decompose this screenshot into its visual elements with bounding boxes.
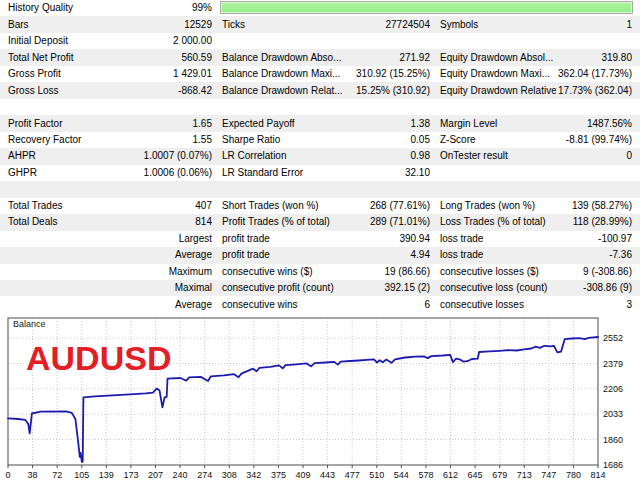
stat-label: LR Standard Error [222, 168, 346, 178]
table-row: Gross Profit1 429.01Balance Drawdown Max… [0, 66, 640, 82]
stat-label: consecutive wins ($) [222, 267, 346, 277]
x-axis-tick-label: 477 [345, 470, 360, 480]
x-axis-tick-label: 72 [52, 470, 62, 480]
x-axis-tick-label: 342 [246, 470, 261, 480]
x-axis-tick-label: 544 [394, 470, 409, 480]
table-row: Total Net Profit560.59Balance Drawdown A… [0, 49, 640, 65]
table-row: Profit Factor1.65Expected Payoff1.38Marg… [0, 115, 640, 131]
stat-value: 6 [346, 300, 430, 310]
stat-label: GHPR [0, 168, 142, 178]
stat-label: AHPR [0, 151, 142, 161]
stat-value: 0.98 [346, 151, 430, 161]
stat-value: 1487.56% [556, 119, 632, 129]
x-axis-tick-label: 645 [468, 470, 483, 480]
stat-value: 362.04 (17.73%) [556, 69, 632, 79]
stat-value: 32.10 [346, 168, 430, 178]
stat-value: 1.0006 (0.06%) [142, 168, 212, 178]
stat-value: 814 [142, 217, 212, 227]
x-axis-tick-label: 105 [74, 470, 89, 480]
x-axis-tick-label: 274 [197, 470, 212, 480]
stat-label: Balance Drawdown Relat... [222, 86, 346, 96]
y-axis-tick-label: 2552 [603, 333, 623, 343]
stat-value: Maximum [142, 267, 212, 277]
stat-label: Equity Drawdown Relative [440, 86, 556, 96]
stat-label: consecutive profit (count) [222, 283, 346, 293]
stat-label: History Quality [0, 3, 142, 13]
stat-value: Average [142, 300, 212, 310]
history-quality-bar [220, 1, 633, 14]
y-axis-tick-label: 2033 [603, 409, 623, 419]
symbol-watermark: AUDUSD [26, 339, 171, 378]
table-row: Maximumconsecutive wins ($)19 (86.66)con… [0, 264, 640, 280]
stat-label: profit trade [222, 234, 346, 244]
stat-value: 0 [556, 151, 632, 161]
stat-label: Recovery Factor [0, 135, 142, 145]
x-axis-tick-label: 747 [541, 470, 556, 480]
x-axis-tick-label: 139 [99, 470, 114, 480]
stat-value: -100.97 [556, 234, 632, 244]
statistics-table: History Quality99%Bars12529Ticks27724504… [0, 0, 640, 313]
stat-value: Average [142, 250, 212, 260]
stat-value: 9 (-308.86) [556, 267, 632, 277]
stat-value: 2 000.00 [142, 36, 212, 46]
x-axis-tick-label: 612 [443, 470, 458, 480]
stat-value: 289 (71.01%) [346, 217, 430, 227]
table-row: Gross Loss-868.42Balance Drawdown Relat.… [0, 82, 640, 98]
stat-label: Initial Deposit [0, 36, 142, 46]
stat-value: 15.25% (310.92) [346, 86, 430, 96]
stat-label: Bars [0, 20, 142, 30]
x-axis-tick-label: 207 [148, 470, 163, 480]
stat-value: 1.65 [142, 119, 212, 129]
x-axis-tick-label: 679 [492, 470, 507, 480]
stat-label: Balance Drawdown Maxi... [222, 69, 346, 79]
stat-label: Profit Trades (% of total) [222, 217, 346, 227]
stat-value: 1.0007 (0.07%) [142, 151, 212, 161]
balance-chart-panel: 2552237922062033186016860387210513917320… [0, 313, 640, 480]
x-axis-tick-label: 308 [222, 470, 237, 480]
stat-value: 407 [142, 201, 212, 211]
stat-label: Loss Trades (% of total) [440, 217, 556, 227]
backtest-report-window: History Quality99%Bars12529Ticks27724504… [0, 0, 640, 480]
table-row: Averageprofit trade4.94loss trade-7.36 [0, 247, 640, 263]
stat-label: Equity Drawdown Absol... [440, 53, 556, 63]
table-row: AHPR1.0007 (0.07%)LR Correlation0.98OnTe… [0, 148, 640, 164]
y-axis-tick-label: 1686 [603, 460, 623, 470]
x-axis-tick-label: 375 [271, 470, 286, 480]
stat-value: 118 (28.99%) [556, 217, 632, 227]
chart-title: Balance [13, 319, 46, 329]
stat-label: consecutive loss (count) [440, 283, 556, 293]
stat-label: profit trade [222, 250, 346, 260]
stat-value: 310.92 (15.25%) [346, 69, 430, 79]
table-row: Bars12529Ticks27724504Symbols1 [0, 16, 640, 32]
x-axis-tick-label: 38 [28, 470, 38, 480]
stat-value: 99% [142, 3, 212, 13]
stat-label: Symbols [440, 20, 556, 30]
stat-label: Gross Profit [0, 69, 142, 79]
x-axis-tick-label: 173 [123, 470, 138, 480]
stat-value: 139 (58.27%) [556, 201, 632, 211]
stat-label: Total Deals [0, 217, 142, 227]
stat-value: 271.92 [346, 53, 430, 63]
stat-label: loss trade [440, 234, 556, 244]
table-row: Total Deals814Profit Trades (% of total)… [0, 214, 640, 230]
table-row: Total Trades407Short Trades (won %)268 (… [0, 198, 640, 214]
stat-value: 560.59 [142, 53, 212, 63]
x-axis-tick-label: 443 [320, 470, 335, 480]
table-row: History Quality99% [0, 0, 640, 16]
y-axis-tick-label: 2206 [603, 384, 623, 394]
stat-label: Long Trades (won %) [440, 201, 556, 211]
stat-label: Ticks [222, 20, 346, 30]
stat-value: 17.73% (362.04) [556, 86, 632, 96]
stat-label: consecutive losses ($) [440, 267, 556, 277]
stat-label: Balance Drawdown Abso... [222, 53, 346, 63]
stat-label: LR Correlation [222, 151, 346, 161]
table-spacer-row [0, 99, 640, 115]
x-axis-tick-label: 240 [173, 470, 188, 480]
table-spacer-row [0, 181, 640, 197]
table-row: Initial Deposit2 000.00 [0, 33, 640, 49]
x-axis-tick-label: 510 [369, 470, 384, 480]
table-row: GHPR1.0006 (0.06%)LR Standard Error32.10 [0, 165, 640, 181]
stat-label: Total Net Profit [0, 53, 142, 63]
stat-value: 392.15 (2) [346, 283, 430, 293]
stat-label: consecutive wins [222, 300, 346, 310]
